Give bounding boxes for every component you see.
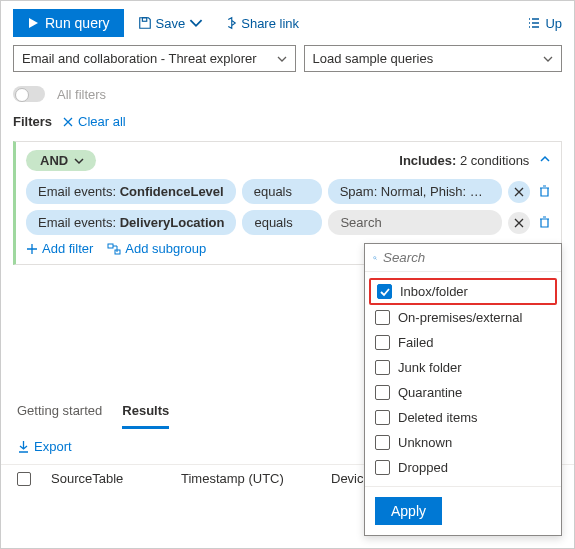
run-label: Run query [45, 15, 110, 31]
col-timestamp[interactable]: Timestamp (UTC) [181, 471, 311, 486]
share-link-button[interactable]: Share link [217, 12, 305, 35]
save-icon [138, 16, 152, 30]
remove-value-button[interactable] [508, 212, 530, 234]
sample-queries-select[interactable]: Load sample queries [304, 45, 562, 72]
run-query-button[interactable]: Run query [13, 9, 124, 37]
and-operator-chip[interactable]: AND [26, 150, 96, 171]
checkbox[interactable] [377, 284, 392, 299]
trash-icon [538, 215, 551, 228]
dropdown-option[interactable]: Quarantine [365, 380, 561, 405]
dropdown-option-label: Quarantine [398, 385, 462, 400]
remove-value-button[interactable] [508, 181, 530, 203]
dropdown-search-input[interactable] [383, 250, 553, 265]
condition-operator[interactable]: equals [242, 179, 322, 204]
dropdown-option[interactable]: Deleted items [365, 405, 561, 430]
svg-rect-1 [108, 244, 113, 248]
dropdown-option-label: On-premises/external [398, 310, 522, 325]
delete-condition-button[interactable] [538, 215, 551, 231]
chevron-down-icon [543, 54, 553, 64]
chevron-down-icon [189, 16, 203, 30]
delete-condition-button[interactable] [538, 184, 551, 200]
checkbox[interactable] [375, 310, 390, 325]
close-icon [514, 187, 524, 197]
save-button[interactable]: Save [132, 12, 210, 35]
chevron-down-icon [74, 156, 84, 166]
condition-value-search[interactable]: Search [328, 210, 502, 235]
tab-results[interactable]: Results [122, 395, 169, 429]
checkbox[interactable] [375, 410, 390, 425]
dropdown-option-label: Unknown [398, 435, 452, 450]
filters-heading: Filters [13, 114, 52, 129]
close-icon [514, 218, 524, 228]
search-icon [373, 251, 377, 265]
condition-row: Email events: DeliveryLocation equals Se… [26, 210, 551, 235]
col-sourcetable[interactable]: SourceTable [51, 471, 161, 486]
condition-field[interactable]: Email events: ConfidenceLevel [26, 179, 236, 204]
collapse-icon[interactable] [539, 153, 551, 168]
condition-row: Email events: ConfidenceLevel equals Spa… [26, 179, 551, 204]
close-icon [62, 116, 74, 128]
dropdown-search[interactable] [365, 244, 561, 272]
delivery-location-dropdown: Inbox/folderOn-premises/externalFailedJu… [364, 243, 562, 536]
dropdown-option[interactable]: Failed [365, 330, 561, 355]
condition-operator[interactable]: equals [242, 210, 322, 235]
includes-summary: Includes: 2 conditions [399, 153, 551, 168]
dropdown-option[interactable]: On-premises/external [365, 305, 561, 330]
condition-field[interactable]: Email events: DeliveryLocation [26, 210, 236, 235]
plus-icon [26, 243, 38, 255]
scope-select[interactable]: Email and collaboration - Threat explore… [13, 45, 296, 72]
add-filter-button[interactable]: Add filter [26, 241, 93, 256]
svg-point-3 [374, 256, 376, 258]
checkbox[interactable] [375, 435, 390, 450]
chevron-down-icon [277, 54, 287, 64]
dropdown-option-label: Dropped [398, 460, 448, 475]
dropdown-option[interactable]: Dropped [365, 455, 561, 480]
list-icon [527, 16, 541, 30]
checkbox[interactable] [375, 335, 390, 350]
dropdown-option[interactable]: Inbox/folder [369, 278, 557, 305]
checkbox[interactable] [375, 360, 390, 375]
dropdown-option-label: Failed [398, 335, 433, 350]
share-icon [223, 16, 237, 30]
dropdown-option[interactable]: Unknown [365, 430, 561, 455]
select-all-checkbox[interactable] [17, 472, 31, 486]
up-button[interactable]: Up [527, 16, 562, 31]
dropdown-option-label: Inbox/folder [400, 284, 468, 299]
all-filters-toggle[interactable] [13, 86, 45, 102]
apply-button[interactable]: Apply [375, 497, 442, 525]
play-icon [27, 17, 39, 29]
dropdown-option-label: Deleted items [398, 410, 477, 425]
tab-getting-started[interactable]: Getting started [17, 395, 102, 429]
checkbox[interactable] [375, 385, 390, 400]
dropdown-option-label: Junk folder [398, 360, 462, 375]
checkbox[interactable] [375, 460, 390, 475]
condition-value[interactable]: Spam: Normal, Phish: High [328, 179, 502, 204]
trash-icon [538, 184, 551, 197]
add-subgroup-button[interactable]: Add subgroup [107, 241, 206, 256]
clear-all-button[interactable]: Clear all [62, 114, 126, 129]
svg-rect-0 [142, 18, 146, 22]
all-filters-label: All filters [57, 87, 106, 102]
subgroup-icon [107, 243, 121, 255]
dropdown-option[interactable]: Junk folder [365, 355, 561, 380]
download-icon [17, 440, 30, 453]
